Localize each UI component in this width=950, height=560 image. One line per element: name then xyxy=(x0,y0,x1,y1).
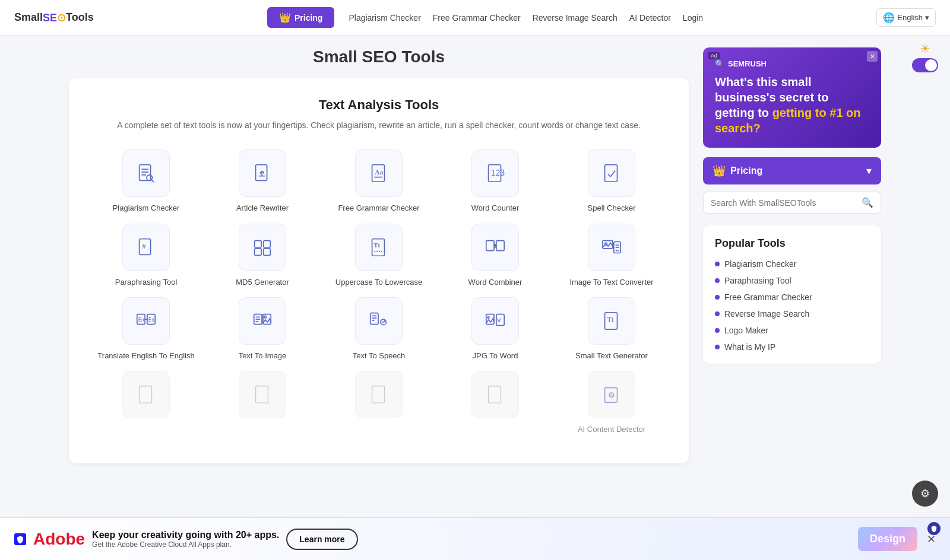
tool-row4-3[interactable] xyxy=(325,371,432,435)
header-right: 🌐 English ▾ xyxy=(876,8,936,27)
nav-reverse-image-search[interactable]: Reverse Image Search xyxy=(533,13,618,23)
tools-grid-row4: AI AI Content Detector xyxy=(93,371,665,435)
svg-point-4 xyxy=(147,175,153,181)
popular-item-5[interactable]: Logo Maker xyxy=(715,326,869,335)
tool-plagiarism-checker[interactable]: Plagiarism Checker xyxy=(93,149,200,214)
tool-row4-4[interactable] xyxy=(442,371,549,435)
svg-rect-19 xyxy=(264,248,270,254)
svg-text:AI: AI xyxy=(610,393,614,398)
nav-ai-detector[interactable]: AI Detector xyxy=(629,13,671,23)
tool-jpg-to-word[interactable]: W JPG To Word xyxy=(442,297,549,361)
svg-text:Aa: Aa xyxy=(375,168,383,176)
tool-md5-generator[interactable]: MD5 Generator xyxy=(209,224,316,288)
header-nav: 👑 Pricing Plagiarism Checker Free Gramma… xyxy=(267,7,703,28)
popular-item-3[interactable]: Free Grammar Checker xyxy=(715,292,869,302)
dark-mode-toggle[interactable] xyxy=(912,58,938,72)
svg-rect-51 xyxy=(140,386,152,403)
tool-text-to-image[interactable]: Text To Image xyxy=(209,297,316,361)
nav-plagiarism-checker[interactable]: Plagiarism Checker xyxy=(349,13,420,23)
language-selector[interactable]: 🌐 English ▾ xyxy=(876,8,936,27)
search-input[interactable] xyxy=(711,198,857,208)
popular-tools-list: Plagiarism Checker Paraphrasing Tool Fre… xyxy=(715,259,869,352)
svg-text:En: En xyxy=(148,317,154,323)
ad-banner: ✕ Ad 🔍 SEMRUSH What's this small busines… xyxy=(703,47,881,148)
dot-icon xyxy=(715,262,720,266)
popular-item-4[interactable]: Reverse Image Search xyxy=(715,309,869,319)
popular-tools-card: Popular Tools Plagiarism Checker Paraphr… xyxy=(703,225,881,364)
tool-image-to-text-converter[interactable]: Image To Text Converter xyxy=(558,224,665,288)
tool-word-combiner[interactable]: Word Combiner xyxy=(442,224,549,288)
svg-point-39 xyxy=(264,316,267,318)
ad-logo: 🔍 SEMRUSH xyxy=(715,59,869,68)
page-title: Small SEO Tools xyxy=(69,47,689,66)
nav-links: Plagiarism Checker Free Grammar Checker … xyxy=(349,13,703,23)
svg-rect-52 xyxy=(256,386,268,403)
tool-spell-checker[interactable]: Spell Checker xyxy=(558,149,665,214)
tool-small-text-generator[interactable]: Tt Small Text Generator xyxy=(558,297,665,361)
section-desc: A complete set of text tools is now at y… xyxy=(93,119,665,132)
section-title: Text Analysis Tools xyxy=(93,97,665,113)
tool-ai-content-detector[interactable]: AI AI Content Detector xyxy=(558,371,665,435)
chevron-down-icon: ▾ xyxy=(925,13,929,22)
tool-paraphrasing-tool[interactable]: # Paraphrasing Tool xyxy=(93,224,200,288)
tool-row4-1[interactable] xyxy=(93,371,200,435)
tools-grid-row3: En En Translate English To English xyxy=(93,297,665,361)
tools-grid-row1: Plagiarism Checker Article Rewriter xyxy=(93,149,665,214)
sidebar-pricing-button[interactable]: 👑 Pricing ▾ xyxy=(703,157,881,184)
svg-text:Tt: Tt xyxy=(607,316,614,324)
sidebar-pricing-label: Pricing xyxy=(730,166,866,176)
logo[interactable]: SmallSE⊙Tools xyxy=(14,11,94,24)
svg-text:Tt: Tt xyxy=(373,242,380,249)
tool-translate-english-to-english[interactable]: En En Translate English To English xyxy=(93,297,200,361)
header: SmallSE⊙Tools 👑 Pricing Plagiarism Check… xyxy=(0,0,950,36)
svg-text:#: # xyxy=(142,241,146,250)
pricing-button[interactable]: 👑 Pricing xyxy=(267,7,334,28)
popular-item-6[interactable]: What is My IP xyxy=(715,342,869,352)
tool-text-to-speech[interactable]: Text To Speech xyxy=(325,297,432,361)
dot-icon xyxy=(715,328,720,333)
tool-uppercase-to-lowercase[interactable]: Tt Uppercase To Lowercase xyxy=(325,224,432,288)
popular-item-1[interactable]: Plagiarism Checker xyxy=(715,259,869,269)
svg-rect-24 xyxy=(496,240,504,250)
dot-icon xyxy=(715,345,720,349)
svg-text:En: En xyxy=(138,317,144,323)
dot-icon xyxy=(715,278,720,283)
tool-row4-2[interactable] xyxy=(209,371,316,435)
svg-line-5 xyxy=(152,180,154,183)
sidebar: ✕ Ad 🔍 SEMRUSH What's this small busines… xyxy=(703,47,881,463)
globe-icon: 🌐 xyxy=(883,12,895,23)
logo-text: Small xyxy=(14,11,43,24)
svg-text:W: W xyxy=(498,317,501,323)
popular-tools-title: Popular Tools xyxy=(715,237,869,250)
svg-rect-0 xyxy=(140,165,151,181)
sidebar-crown-icon: 👑 xyxy=(712,164,726,177)
svg-rect-40 xyxy=(370,313,378,324)
popular-item-2[interactable]: Paraphrasing Tool xyxy=(715,276,869,285)
svg-rect-23 xyxy=(486,240,494,250)
page-wrapper: Small SEO Tools Text Analysis Tools A co… xyxy=(59,36,891,475)
logo-seo: SE⊙ xyxy=(43,11,66,24)
main-content: Small SEO Tools Text Analysis Tools A co… xyxy=(69,47,689,463)
svg-point-46 xyxy=(487,317,489,319)
login-button[interactable]: Login xyxy=(683,13,703,23)
dark-mode-area: ☀ xyxy=(912,42,938,72)
svg-rect-17 xyxy=(264,240,270,247)
dot-icon xyxy=(715,311,720,316)
tool-free-grammar-checker[interactable]: Aa Free Grammar Checker xyxy=(325,149,432,214)
svg-rect-16 xyxy=(255,240,261,247)
search-icon: 🔍 xyxy=(862,197,873,208)
svg-rect-53 xyxy=(372,386,385,403)
tools-grid-row2: # Paraphrasing Tool MD5 Gener xyxy=(93,224,665,288)
tools-card: Text Analysis Tools A complete set of te… xyxy=(69,78,689,463)
tool-word-counter[interactable]: 123 Word Counter xyxy=(442,149,549,214)
chevron-down-icon: ▾ xyxy=(866,164,872,177)
language-label: English xyxy=(897,13,923,22)
ad-close-button[interactable]: ✕ xyxy=(867,51,878,62)
tool-article-rewriter[interactable]: Article Rewriter xyxy=(209,149,316,214)
svg-rect-18 xyxy=(255,248,261,254)
crown-icon: 👑 xyxy=(279,12,291,23)
svg-rect-54 xyxy=(489,386,501,403)
search-box: 🔍 xyxy=(703,192,881,214)
nav-free-grammar-checker[interactable]: Free Grammar Checker xyxy=(433,13,521,23)
svg-rect-13 xyxy=(605,165,618,182)
